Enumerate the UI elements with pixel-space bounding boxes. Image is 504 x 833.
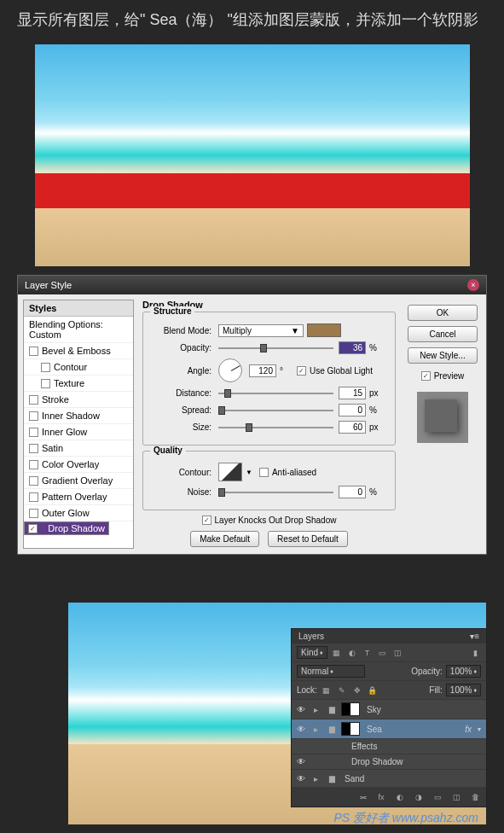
dialog-titlebar[interactable]: Layer Style × [18,276,486,294]
group-icon[interactable]: ▭ [432,791,443,803]
style-item[interactable]: Contour [24,359,133,376]
preview-thumbnail [417,392,468,443]
filter-adjust-icon[interactable]: ◐ [346,647,358,659]
contour-picker[interactable] [218,463,242,481]
noise-input[interactable]: 0 [339,486,366,498]
color-swatch[interactable] [307,323,341,337]
fold-icon[interactable]: ▸ [314,725,322,734]
visibility-icon[interactable]: 👁 [297,774,310,783]
style-item[interactable]: Texture [24,376,133,392]
opacity-input[interactable]: 36 [339,341,366,354]
style-checkbox[interactable] [29,395,38,405]
filter-shape-icon[interactable]: ▭ [377,647,389,659]
ok-button[interactable]: OK [408,305,478,321]
lock-pixels-icon[interactable]: ✎ [336,684,348,696]
filter-toggle-icon[interactable]: ▮ [469,647,481,659]
layer-row[interactable]: 👁▸▆Seafx▾ [292,719,486,739]
chevron-down-icon[interactable]: ▾ [478,725,481,733]
style-item[interactable]: Stroke [24,392,133,408]
fx-icon[interactable]: fx [375,791,387,803]
layer-row[interactable]: 👁Drop Shadow [292,754,486,770]
style-item[interactable]: Outer Glow [24,505,133,521]
filter-type-icon[interactable]: T [362,647,374,659]
style-checkbox[interactable] [29,509,38,518]
spread-input[interactable]: 0 [339,404,366,416]
noise-slider[interactable] [218,486,333,498]
angle-dial[interactable] [218,358,242,382]
knockout-checkbox[interactable] [202,516,211,525]
style-checkbox[interactable] [29,460,38,469]
fx-badge[interactable]: fx [465,725,472,734]
blend-mode-select[interactable]: Normal♦ [297,665,365,678]
lock-all-icon[interactable]: 🔒 [367,684,379,696]
global-light-checkbox[interactable] [297,366,306,376]
lock-transparent-icon[interactable]: ▦ [321,684,333,696]
style-checkbox[interactable] [29,428,38,437]
mask-thumbnail[interactable] [341,722,360,736]
blending-options[interactable]: Blending Options: Custom [24,317,133,343]
style-checkbox[interactable] [29,444,38,453]
contour-label: Contour: [152,468,211,477]
opacity-label: Opacity: [152,343,211,352]
style-checkbox[interactable] [29,411,38,421]
lock-position-icon[interactable]: ✥ [351,684,363,696]
link-layers-icon[interactable]: ⫘ [356,791,368,803]
new-style-button[interactable]: New Style... [408,347,478,364]
preview-image-top [35,44,470,266]
anti-aliased-checkbox[interactable] [259,468,269,477]
cancel-button[interactable]: Cancel [408,326,478,342]
layer-row[interactable]: 👁▸▆Sky [292,700,486,719]
style-item[interactable]: Satin [24,440,133,457]
close-icon[interactable]: × [467,279,479,291]
style-checkbox[interactable] [41,363,50,372]
layer-row[interactable]: 👁▸▆Sand [292,770,486,788]
fill-input[interactable]: 100%♦ [446,684,481,696]
filter-kind[interactable]: Kind♦ [297,646,327,659]
mask-icon[interactable]: ◐ [394,791,406,803]
mask-thumbnail[interactable] [341,702,360,716]
style-item[interactable]: Pattern Overlay [24,489,133,505]
fold-icon[interactable]: ▸ [314,774,322,783]
visibility-icon[interactable]: 👁 [297,725,310,734]
reset-default-button[interactable]: Reset to Default [268,531,348,547]
style-checkbox[interactable] [28,524,38,533]
make-default-button[interactable]: Make Default [190,531,259,547]
size-input[interactable]: 60 [339,421,366,434]
new-layer-icon[interactable]: ◫ [450,791,462,803]
layer-row[interactable]: Effects [292,739,486,754]
style-checkbox[interactable] [29,492,38,502]
visibility-icon[interactable]: 👁 [297,757,310,766]
quality-legend: Quality [150,446,186,455]
style-item[interactable]: Gradient Overlay [24,473,133,489]
adjustment-icon[interactable]: ◑ [413,791,425,803]
angle-input[interactable]: 120 [249,364,276,377]
spread-slider[interactable] [218,405,333,416]
opacity-slider[interactable] [218,342,333,354]
layers-panel[interactable]: Layers▾≡ Kind♦ ▦ ◐ T ▭ ◫ ▮ Normal♦ Opaci… [291,628,487,807]
chevron-down-icon[interactable]: ▼ [246,469,252,476]
style-checkbox[interactable] [29,476,38,486]
style-checkbox[interactable] [41,379,50,388]
styles-header[interactable]: Styles [24,300,133,317]
visibility-icon[interactable]: 👁 [297,705,310,714]
layers-tab[interactable]: Layers [298,632,324,641]
folder-icon: ▆ [326,723,338,735]
preview-checkbox[interactable] [421,371,431,381]
style-item[interactable]: Drop Shadow [24,521,109,535]
filter-smart-icon[interactable]: ◫ [392,647,404,659]
style-item[interactable]: Bevel & Emboss [24,343,133,359]
distance-input[interactable]: 15 [339,387,366,399]
style-item[interactable]: Inner Glow [24,424,133,440]
style-checkbox[interactable] [29,347,38,356]
filter-pixel-icon[interactable]: ▦ [331,647,343,659]
size-slider[interactable] [218,422,333,434]
fold-icon[interactable]: ▸ [314,705,322,714]
opacity-input[interactable]: 100%♦ [446,665,481,678]
style-item[interactable]: Color Overlay [24,457,133,473]
delete-icon[interactable]: 🗑 [469,791,481,803]
style-item[interactable]: Inner Shadow [24,408,133,424]
blend-mode-select[interactable]: Multiply▼ [218,324,304,337]
size-label: Size: [152,422,211,432]
distance-slider[interactable] [218,387,333,399]
panel-menu-icon[interactable]: ▾≡ [470,632,479,641]
